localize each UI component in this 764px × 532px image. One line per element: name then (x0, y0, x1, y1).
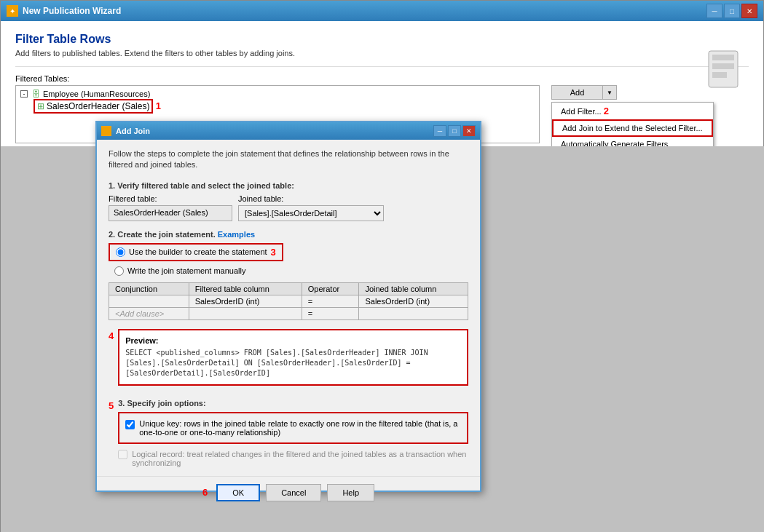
app-icon: ✦ (7, 5, 18, 17)
title-bar: ✦ New Publication Wizard ─ □ ✕ (1, 1, 763, 21)
joined-table-label: Joined table: (238, 194, 283, 203)
page-subtitle: Add filters to published tables. Extend … (15, 49, 749, 57)
title-bar-controls: ─ □ ✕ (706, 4, 757, 18)
ok-button[interactable]: OK (216, 484, 260, 501)
tree-item-employee[interactable]: - 🗄 Employee (HumanResources) (19, 89, 536, 99)
col-operator: Operator (302, 282, 359, 295)
preview-section: 4 Preview: SELECT <published_columns> FR… (109, 329, 468, 393)
step-2-badge: 2 (604, 106, 609, 116)
dialog-title-left: Add Join (101, 126, 150, 136)
tree-child-row: ⊞ SalesOrderHeader (Sales) 1 (19, 99, 536, 114)
col-filtered-col: Filtered table column (189, 282, 302, 295)
tree-icon-table: ⊞ (37, 101, 44, 111)
examples-link[interactable]: Examples (218, 230, 255, 239)
svg-rect-1 (712, 55, 734, 60)
svg-rect-3 (712, 72, 727, 78)
dialog-title: Add Join (116, 127, 150, 135)
step-5-badge: 5 (109, 400, 114, 411)
radio-group: Use the builder to create the statement … (109, 243, 468, 278)
add-dropdown-arrow[interactable]: ▼ (602, 85, 617, 100)
join-table: Conjunction Filtered table column Operat… (109, 282, 468, 320)
add-main-button[interactable]: Add (551, 85, 602, 100)
add-filter-item[interactable]: Add Filter... 2 (552, 103, 713, 119)
preview-label: Preview: (125, 336, 461, 345)
radio-builder-label: Use the builder to create the statement (129, 247, 267, 256)
add-join-dialog: Add Join ─ □ ✕ Follow the steps to compl… (95, 121, 481, 492)
maximize-button[interactable]: □ (724, 4, 740, 18)
step-1-badge: 1 (156, 100, 161, 111)
tree-icon-db: 🗄 (32, 90, 40, 98)
top-graphic (698, 47, 749, 91)
step-4-badge: 4 (109, 330, 114, 341)
add-split-button[interactable]: Add ▼ (551, 85, 714, 100)
tree-item-salesorder[interactable]: ⊞ SalesOrderHeader (Sales) (34, 99, 153, 114)
dialog-maximize[interactable]: □ (448, 125, 461, 137)
row2-conjunction: <Add clause> (109, 307, 189, 319)
filtered-table-input: SalesOrderHeader (Sales) (109, 205, 232, 221)
table-inputs-row: SalesOrderHeader (Sales) [Sales].[SalesO… (109, 205, 468, 221)
step-6-badge: 6 (202, 487, 208, 498)
col-joined-col: Joined table column (359, 282, 468, 295)
preview-box: Preview: SELECT <published_columns> FROM… (118, 329, 468, 386)
tree-expand-icon[interactable]: - (20, 90, 28, 98)
cancel-button[interactable]: Cancel (266, 484, 321, 501)
dialog-icon (101, 126, 111, 136)
step1-header: 1. Verify filtered table and select the … (109, 181, 468, 190)
step3-header-text: 3. Specify join options: (118, 399, 205, 408)
preview-code: SELECT <published_columns> FROM [Sales].… (125, 348, 461, 378)
logical-record-checkbox[interactable] (118, 450, 127, 459)
main-window: ✦ New Publication Wizard ─ □ ✕ Filter Ta… (0, 0, 764, 532)
join-options-box: Unique key: rows in the joined table rel… (118, 412, 468, 444)
unique-key-row: Unique key: rows in the joined table rel… (125, 419, 461, 437)
help-button[interactable]: Help (327, 484, 374, 501)
tree-label-salesorder: SalesOrderHeader (Sales) (47, 101, 149, 111)
dialog-close[interactable]: ✕ (462, 125, 476, 137)
dialog-title-bar: Add Join ─ □ ✕ (97, 122, 480, 140)
page-title: Filter Table Rows (15, 33, 749, 46)
joined-table-select[interactable]: [Sales].[SalesOrderDetail] [Sales].[Sale… (238, 205, 384, 221)
row2-operator: = (302, 307, 359, 319)
close-button[interactable]: ✕ (741, 4, 757, 18)
col-conjunction: Conjunction (109, 282, 189, 295)
add-join-label: Add Join to Extend the Selected Filter..… (562, 124, 703, 132)
add-join-item[interactable]: Add Join to Extend the Selected Filter..… (552, 119, 713, 137)
filtered-tables-label: Filtered Tables: (15, 74, 749, 83)
row2-joined-col (359, 307, 468, 319)
step-3-badge: 3 (271, 247, 276, 258)
radio-builder-option[interactable]: Use the builder to create the statement … (109, 243, 283, 261)
dialog-footer: 6 OK Cancel Help (97, 476, 480, 509)
step2-header: 2. Create the join statement. Examples (109, 230, 468, 239)
radio-manual-label: Write the join statement manually (127, 266, 245, 275)
table-row-1: SalesOrderID (int) = SalesOrderID (int) (109, 295, 468, 307)
row1-joined-col: SalesOrderID (int) (359, 295, 468, 307)
window-title: New Publication Wizard (23, 6, 121, 16)
dialog-body: Follow the steps to complete the join st… (97, 140, 480, 476)
minimize-button[interactable]: ─ (706, 4, 722, 18)
logical-record-label: Logical record: treat related changes in… (132, 450, 468, 467)
row1-conjunction (109, 295, 189, 307)
step3-header: 3. Specify join options: (118, 399, 468, 408)
table-row-2[interactable]: <Add clause> = (109, 307, 468, 319)
step3-section: 5 3. Specify join options: Unique key: r… (109, 399, 468, 467)
filtered-table-label: Filtered table: (109, 194, 232, 203)
step2-header-text: 2. Create the join statement. (109, 230, 218, 239)
dialog-intro: Follow the steps to complete the join st… (109, 148, 468, 171)
radio-manual-input[interactable] (114, 266, 124, 276)
table-labels-row: Filtered table: Joined table: (109, 194, 468, 203)
tree-label-employee: Employee (HumanResources) (43, 90, 150, 98)
radio-manual-option[interactable]: Write the join statement manually (109, 264, 468, 278)
unique-key-checkbox[interactable] (125, 420, 135, 429)
svg-rect-2 (712, 63, 734, 69)
page-header: Filter Table Rows Add filters to publish… (15, 33, 749, 57)
row1-operator: = (302, 295, 359, 307)
row2-filtered-col (189, 307, 302, 319)
dialog-minimize[interactable]: ─ (433, 125, 446, 137)
step1-section: 1. Verify filtered table and select the … (109, 181, 468, 221)
radio-builder-input[interactable] (116, 247, 125, 257)
dialog-title-controls: ─ □ ✕ (433, 125, 476, 137)
title-bar-left: ✦ New Publication Wizard (7, 5, 121, 17)
step3-content: 3. Specify join options: Unique key: row… (118, 399, 468, 467)
row1-filtered-col: SalesOrderID (int) (189, 295, 302, 307)
unique-key-label: Unique key: rows in the joined table rel… (139, 419, 461, 437)
add-filter-label: Add Filter... (561, 107, 602, 116)
